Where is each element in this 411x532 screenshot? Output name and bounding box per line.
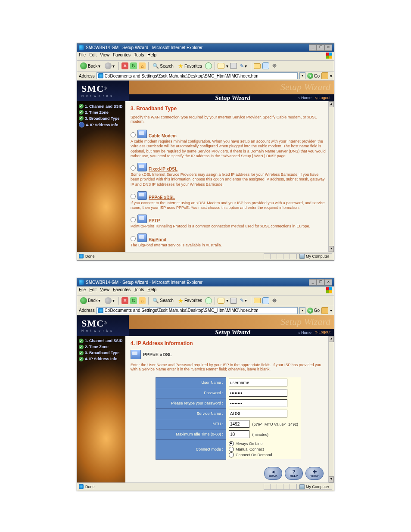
opt-pppoe-link[interactable]: PPPoE xDSL [149,195,175,200]
mtu-input[interactable] [229,420,249,428]
edit-button[interactable]: ✎▾ [239,297,248,304]
step-broadband-type[interactable]: 3. Broadband Type [79,351,124,355]
menu-edit[interactable]: Edit [89,287,97,294]
print-button[interactable] [230,298,237,304]
step-channel-ssid[interactable]: 1. Channel and SSID [79,104,124,109]
go-button[interactable]: ➜Go [307,308,320,314]
wizard-steps-sidebar: 1. Channel and SSID 2. Time Zone 3. Broa… [77,336,125,482]
stop-button[interactable]: ✕ [121,297,128,304]
go-button[interactable]: ➜Go [307,73,320,79]
back-button[interactable]: Back ▾ [79,62,102,70]
menu-favorites[interactable]: Favorites [113,287,131,294]
check-icon [79,104,84,109]
menu-help[interactable]: Help [147,287,156,294]
print-button[interactable] [230,63,237,69]
settings-button[interactable]: ❋ [271,62,278,69]
links-button[interactable] [321,307,328,314]
password-input[interactable] [229,389,287,397]
step-time-zone[interactable]: 2. Time Zone [79,345,124,349]
home-link[interactable]: ⌂ Home [298,330,311,335]
help-wizard-button[interactable]: ?HELP [285,467,303,480]
step-broadband-type[interactable]: 3. Broadband Type [79,116,124,121]
back-button[interactable]: Back ▾ [79,297,102,305]
step-ip-address-info[interactable]: 4. IP Address Info [79,122,124,128]
folder-button[interactable] [254,298,261,303]
scroll-down[interactable]: ▼ [329,476,334,482]
scroll-down[interactable]: ▼ [329,246,334,252]
radio-always-online[interactable] [229,441,234,446]
home-button[interactable]: ⌂ [139,62,146,69]
opt-cable-link[interactable]: Cable Modem [149,134,177,138]
radio-pptp[interactable] [131,217,136,222]
address-input[interactable]: C:\Documents and Settings\Zsolt Mahunka\… [97,72,298,79]
search-button[interactable]: 🔍Search [151,62,175,69]
maximize-button[interactable]: ❐ [317,279,324,286]
menu-file[interactable]: File [79,287,86,294]
address-dropdown[interactable]: ▾ [299,72,305,79]
logout-link[interactable]: ⦸ Logout [315,330,330,335]
option-cable-modem: Cable Modem A cable modem requires minim… [131,130,326,159]
scroll-up[interactable]: ▲ [329,336,334,342]
menu-tools[interactable]: Tools [134,287,144,294]
mail-button[interactable] [218,63,224,69]
opt-pptp-link[interactable]: PPTP [149,218,160,223]
username-input[interactable] [229,379,287,386]
vertical-scrollbar[interactable]: ▲ ▼ [328,101,334,252]
step-channel-ssid[interactable]: 1. Channel and SSID [79,339,124,343]
favorites-button[interactable]: ★Favorites [177,62,203,70]
vertical-scrollbar[interactable]: ▲ ▼ [328,336,334,482]
step-time-zone[interactable]: 2. Time Zone [79,110,124,115]
edit-button[interactable]: ✎▾ [239,63,248,69]
links-button[interactable] [321,72,328,79]
step-ip-address-info[interactable]: 4. IP Address Info [79,357,124,361]
maximize-button[interactable]: ❐ [317,44,324,51]
discuss-button[interactable] [262,297,269,304]
radio-bigpond[interactable] [131,236,136,241]
stop-button[interactable]: ✕ [121,62,128,69]
radio-connect-on-demand[interactable] [229,452,234,457]
search-button[interactable]: 🔍Search [151,297,175,304]
address-dropdown[interactable]: ▾ [299,307,305,314]
service-name-input[interactable] [229,410,287,417]
menu-tools[interactable]: Tools [134,53,144,59]
statusbar: Done My Computer [77,252,334,260]
settings-button[interactable]: ❋ [271,297,278,304]
menu-help[interactable]: Help [147,53,156,59]
radio-pppoe[interactable] [131,194,136,199]
mail-button[interactable] [218,298,224,304]
favorites-button[interactable]: ★Favorites [177,297,203,305]
idle-time-input[interactable] [229,430,249,438]
menu-view[interactable]: View [100,53,109,59]
opt-bigpond-link[interactable]: BigPond [149,237,166,242]
opt-fixed-link[interactable]: Fixed-IP xDSL [149,167,177,171]
menubar: File Edit View Favorites Tools Help [77,286,334,296]
history-button[interactable] [205,62,212,69]
address-input[interactable]: C:\Documents and Settings\Zsolt Mahunka\… [97,307,298,314]
folder-button[interactable] [254,63,261,69]
radio-manual-connect[interactable] [229,447,234,452]
refresh-button[interactable]: ↻ [130,62,137,69]
menu-view[interactable]: View [100,287,109,294]
radio-fixed[interactable] [131,165,136,171]
forward-button[interactable]: ▾ [103,297,116,305]
menu-edit[interactable]: Edit [89,53,97,59]
discuss-button[interactable] [262,62,269,69]
close-button[interactable]: ✕ [324,44,332,51]
scroll-up[interactable]: ▲ [329,101,334,107]
menu-file[interactable]: File [79,53,86,59]
home-link[interactable]: ⌂ Home [298,96,311,100]
menu-favorites[interactable]: Favorites [113,53,131,59]
history-button[interactable] [205,297,212,304]
finish-wizard-button[interactable]: ✚FINISH [305,467,324,480]
password-confirm-input[interactable] [229,399,287,407]
minimize-button[interactable]: _ [309,44,317,51]
logout-link[interactable]: ⦸ Logout [315,96,330,100]
forward-button[interactable]: ▾ [103,62,116,70]
refresh-button[interactable]: ↻ [130,297,137,304]
back-wizard-button[interactable]: ◄BACK [264,467,282,480]
option-pppoe: PPPoE xDSL If you connect to the Interne… [131,191,326,211]
home-button[interactable]: ⌂ [139,297,146,304]
minimize-button[interactable]: _ [309,279,317,286]
close-button[interactable]: ✕ [324,279,332,286]
radio-cable[interactable] [131,132,136,137]
